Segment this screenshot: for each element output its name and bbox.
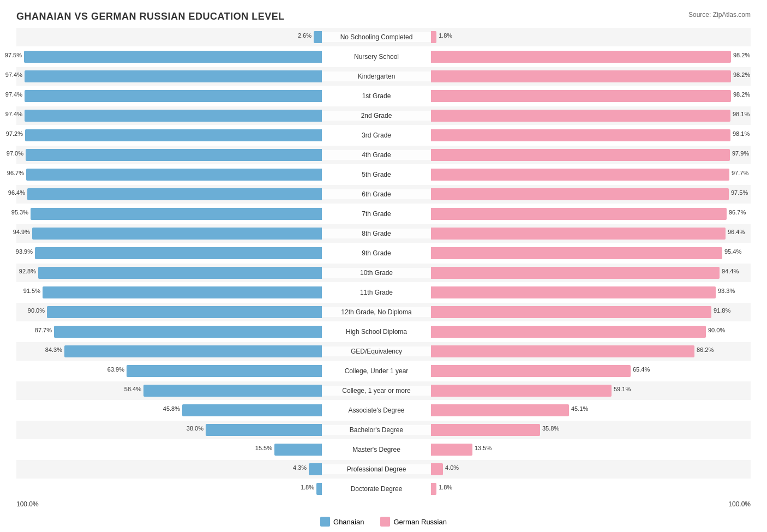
right-bar-side: 98.2% [431,88,736,104]
left-value: 97.4% [5,91,25,98]
table-row: 91.5% 11th Grade 93.3% [16,283,751,302]
left-value: 95.3% [11,209,31,216]
legend-pink-box [380,517,390,527]
table-row: 90.0% 12th Grade, No Diploma 91.8% [16,303,751,321]
bar-row-inner: 96.4% 6th Grade 97.5% [16,185,751,204]
row-label: College, Under 1 year [322,366,431,376]
blue-bar: 96.7% [26,169,322,181]
left-bar-side: 92.8% [16,265,322,280]
left-bar-side: 97.2% [16,128,322,143]
row-label: 7th Grade [322,209,431,219]
row-label: No Schooling Completed [322,32,431,42]
right-value: 86.2% [697,346,714,353]
right-bar-side: 13.5% [431,442,736,457]
left-value: 4.3% [293,464,309,471]
right-bar-side: 98.2% [431,49,736,64]
right-value: 91.8% [714,307,730,314]
right-bar-side: 86.2% [431,344,736,359]
right-bar-side: 97.5% [431,187,736,202]
left-bar-side: 4.3% [16,462,322,477]
right-value: 45.1% [571,405,588,412]
left-value: 96.7% [7,170,26,176]
pink-bar [431,326,706,338]
left-bar-side: 15.5% [16,442,322,457]
row-label: GED/Equivalency [322,346,431,356]
left-bar-side: 94.9% [16,226,322,241]
right-bar-side: 45.1% [431,403,736,418]
bar-row-inner: 15.5% Master's Degree 13.5% [16,440,751,459]
table-row: 4.3% Professional Degree 4.0% [16,460,751,479]
left-bar-side: 97.4% [16,108,322,123]
right-value: 98.2% [733,71,750,78]
left-bar-side: 95.3% [16,206,322,222]
table-row: 93.9% 9th Grade 95.4% [16,244,751,262]
chart-area: 2.6% No Schooling Completed 1.8% 97.5% N… [16,28,751,498]
right-value: 1.8% [439,484,452,491]
pink-bar [431,463,443,475]
table-row: 95.3% 7th Grade 96.7% [16,205,751,223]
right-value: 96.7% [729,209,746,216]
bar-row-inner: 38.0% Bachelor's Degree 35.8% [16,421,751,439]
bar-row-inner: 84.3% GED/Equivalency 86.2% [16,342,751,361]
pink-bar [431,188,729,200]
table-row: 94.9% 8th Grade 96.4% [16,224,751,243]
bar-row-inner: 2.6% No Schooling Completed 1.8% [16,28,751,46]
right-value: 94.4% [722,268,739,274]
left-bar-side: 97.5% [16,49,322,64]
right-bar-side: 98.1% [431,108,736,123]
right-value: 35.8% [542,425,559,432]
right-bar-side: 93.3% [431,285,736,300]
bar-row-inner: 96.7% 5th Grade 97.7% [16,165,751,184]
row-label: 10th Grade [322,268,431,278]
left-value: 58.4% [124,386,143,392]
blue-bar: 58.4% [143,385,322,397]
left-bar-side: 38.0% [16,422,322,438]
bar-row-inner: 94.9% 8th Grade 96.4% [16,224,751,243]
bottom-right-label: 100.0% [728,500,751,508]
blue-bar: 97.4% [25,110,322,122]
pink-bar [431,247,722,259]
pink-bar [431,208,727,220]
table-row: 92.8% 10th Grade 94.4% [16,264,751,282]
table-row: 87.7% High School Diploma 90.0% [16,322,751,341]
left-value: 84.3% [45,346,64,353]
table-row: 97.2% 3rd Grade 98.1% [16,126,751,145]
row-label: Associate's Degree [322,405,431,415]
chart-container: GHANAIAN VS GERMAN RUSSIAN EDUCATION LEV… [0,0,767,532]
row-label: 4th Grade [322,150,431,160]
right-value: 98.2% [733,52,750,58]
row-label: Kindergarten [322,71,431,81]
pink-bar [431,169,729,181]
pink-bar [431,31,436,43]
bar-row-inner: 97.0% 4th Grade 97.9% [16,146,751,164]
right-value: 13.5% [475,445,492,451]
bar-row-inner: 93.9% 9th Grade 95.4% [16,244,751,262]
table-row: 96.4% 6th Grade 97.5% [16,185,751,204]
bar-row-inner: 58.4% College, 1 year or more 59.1% [16,381,751,400]
blue-bar: 97.4% [25,90,322,102]
pink-bar [431,267,720,279]
bar-row-inner: 90.0% 12th Grade, No Diploma 91.8% [16,303,751,321]
left-value: 45.8% [163,405,182,412]
row-label: College, 1 year or more [322,386,431,396]
row-label: Bachelor's Degree [322,425,431,435]
table-row: 38.0% Bachelor's Degree 35.8% [16,421,751,439]
pink-bar [431,385,612,397]
left-value: 97.5% [5,52,24,58]
left-bar-side: 87.7% [16,324,322,339]
left-bar-side: 93.9% [16,246,322,261]
table-row: 97.4% Kindergarten 98.2% [16,67,751,86]
chart-title: GHANAIAN VS GERMAN RUSSIAN EDUCATION LEV… [16,11,751,22]
row-label: 6th Grade [322,189,431,199]
left-value: 92.8% [19,268,38,274]
left-value: 93.9% [16,248,35,255]
right-value: 98.1% [733,130,750,137]
table-row: 97.4% 2nd Grade 98.1% [16,106,751,125]
bar-row-inner: 97.5% Nursery School 98.2% [16,47,751,66]
pink-bar [431,306,711,318]
right-bar-side: 1.8% [431,29,736,45]
legend: Ghanaian German Russian [16,517,751,527]
bar-row-inner: 97.4% 2nd Grade 98.1% [16,106,751,125]
right-value: 97.7% [732,170,748,176]
blue-bar: 87.7% [54,326,322,338]
